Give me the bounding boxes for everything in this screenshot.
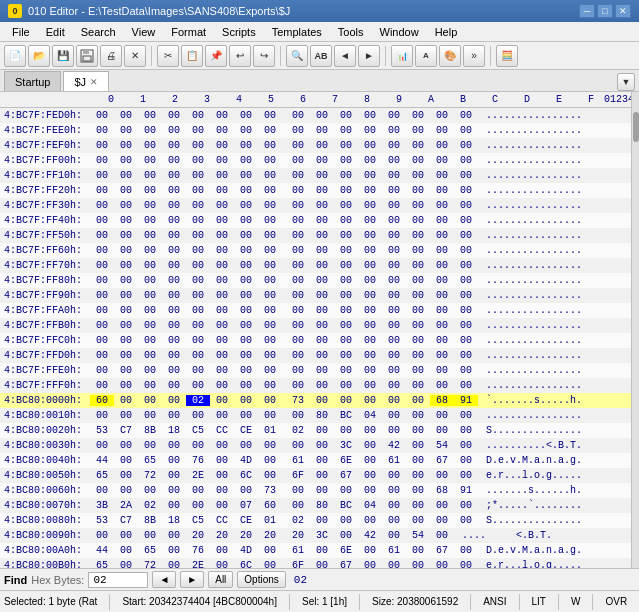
hex-cell[interactable]: 00 (382, 110, 406, 121)
hex-cell[interactable]: 00 (430, 230, 454, 241)
hex-cell[interactable]: 00 (454, 515, 478, 526)
hex-cell[interactable]: 00 (138, 350, 162, 361)
hex-cell[interactable]: 00 (210, 455, 234, 466)
hex-cell[interactable]: 00 (186, 230, 210, 241)
hex-cell[interactable]: 00 (430, 305, 454, 316)
hex-cell[interactable]: 00 (334, 365, 358, 376)
hex-cell[interactable]: 00 (186, 485, 210, 496)
hex-button[interactable]: A (415, 45, 437, 67)
hex-cell[interactable]: 00 (406, 290, 430, 301)
hex-cell[interactable]: 00 (114, 395, 138, 406)
hex-cell[interactable]: 00 (186, 185, 210, 196)
menu-view[interactable]: View (124, 22, 164, 41)
hex-cell[interactable]: 00 (406, 470, 430, 481)
hex-cell[interactable]: 00 (210, 215, 234, 226)
hex-cell[interactable]: 00 (114, 350, 138, 361)
hex-cell[interactable]: 00 (406, 380, 430, 391)
hex-cell[interactable]: 20 (258, 530, 282, 541)
hex-cell[interactable]: 00 (90, 125, 114, 136)
hex-cell[interactable]: 00 (90, 485, 114, 496)
hex-cell[interactable]: 00 (382, 290, 406, 301)
hex-cell[interactable]: 00 (406, 125, 430, 136)
hex-cell[interactable]: 00 (258, 320, 282, 331)
hex-cell[interactable]: 00 (234, 485, 258, 496)
close-file-button[interactable]: ✕ (124, 45, 146, 67)
hex-cell[interactable]: 00 (454, 335, 478, 346)
hex-cell[interactable]: 00 (114, 140, 138, 151)
hex-cell[interactable]: 00 (454, 215, 478, 226)
hex-cell[interactable]: 00 (358, 245, 382, 256)
hex-cell[interactable]: 00 (114, 185, 138, 196)
open-button[interactable]: 📂 (28, 45, 50, 67)
hex-cell[interactable]: 00 (210, 545, 234, 556)
hex-cell[interactable]: 00 (454, 125, 478, 136)
calculator-button[interactable]: 🧮 (496, 45, 518, 67)
hex-cell[interactable]: 00 (210, 185, 234, 196)
hex-cell[interactable]: 73 (286, 395, 310, 406)
hex-cell[interactable]: 00 (162, 440, 186, 451)
maximize-button[interactable]: □ (597, 4, 613, 18)
hex-cell[interactable]: 00 (310, 260, 334, 271)
hex-cell[interactable]: 01 (258, 425, 282, 436)
hex-cell[interactable]: 00 (90, 350, 114, 361)
hex-cell[interactable]: 00 (286, 335, 310, 346)
hex-cell[interactable]: 00 (430, 200, 454, 211)
print-button[interactable]: 🖨 (100, 45, 122, 67)
hex-cell[interactable]: 00 (334, 395, 358, 406)
hex-cell[interactable]: 00 (334, 515, 358, 526)
hex-cell[interactable]: 00 (258, 335, 282, 346)
hex-cell[interactable]: 00 (286, 290, 310, 301)
hex-cell[interactable]: 00 (382, 560, 406, 568)
hex-cell[interactable]: 00 (310, 515, 334, 526)
hex-cell[interactable]: 00 (334, 125, 358, 136)
hex-cell[interactable]: 00 (310, 200, 334, 211)
hex-cell[interactable]: 00 (138, 140, 162, 151)
hex-cell[interactable]: 00 (310, 335, 334, 346)
hex-cell[interactable]: 00 (286, 275, 310, 286)
hex-cell[interactable]: 6C (234, 560, 258, 568)
hex-cell[interactable]: 00 (358, 335, 382, 346)
hex-cell[interactable]: 00 (114, 290, 138, 301)
hex-cell[interactable]: 00 (406, 500, 430, 511)
hex-cell[interactable]: 00 (210, 365, 234, 376)
hex-cell[interactable]: 67 (430, 545, 454, 556)
hex-cell[interactable]: 00 (358, 305, 382, 316)
hex-cell[interactable]: 00 (138, 365, 162, 376)
hex-cell[interactable]: 68 (430, 485, 454, 496)
hex-cell[interactable]: 00 (234, 215, 258, 226)
hex-cell[interactable]: 00 (382, 380, 406, 391)
hex-cell[interactable]: 00 (162, 215, 186, 226)
hex-cell[interactable]: 04 (358, 410, 382, 421)
hex-cell[interactable]: 00 (114, 530, 138, 541)
hex-cell[interactable]: 4D (234, 545, 258, 556)
hex-cell[interactable]: 00 (258, 455, 282, 466)
find-all-button[interactable]: All (208, 571, 233, 588)
hex-cell[interactable]: 00 (358, 275, 382, 286)
hex-cell[interactable]: 00 (454, 425, 478, 436)
hex-cell[interactable]: 00 (382, 170, 406, 181)
tab-j-close[interactable]: ✕ (90, 77, 98, 87)
hex-cell[interactable]: 00 (162, 275, 186, 286)
hex-cell[interactable]: 65 (90, 470, 114, 481)
hex-cell[interactable]: 00 (310, 320, 334, 331)
paste-button[interactable]: 📌 (205, 45, 227, 67)
hex-cell[interactable]: 00 (406, 185, 430, 196)
hex-cell[interactable]: 00 (382, 200, 406, 211)
hex-cell[interactable]: 00 (358, 440, 382, 451)
hex-cell[interactable]: 00 (258, 350, 282, 361)
hex-cell[interactable]: 00 (430, 125, 454, 136)
hex-cell[interactable]: 00 (406, 365, 430, 376)
hex-cell[interactable]: 00 (430, 365, 454, 376)
hex-cell[interactable]: 00 (430, 470, 454, 481)
hex-cell[interactable]: 00 (90, 335, 114, 346)
hex-cell[interactable]: 00 (210, 155, 234, 166)
hex-cell[interactable]: 00 (186, 140, 210, 151)
save-all-button[interactable] (76, 45, 98, 67)
hex-cell[interactable]: 00 (162, 185, 186, 196)
hex-cell[interactable]: 61 (286, 545, 310, 556)
hex-cell[interactable]: 00 (286, 125, 310, 136)
hex-cell[interactable]: 00 (210, 110, 234, 121)
hex-cell[interactable]: 00 (382, 230, 406, 241)
hex-cell[interactable]: 04 (358, 500, 382, 511)
hex-cell[interactable]: 00 (114, 305, 138, 316)
